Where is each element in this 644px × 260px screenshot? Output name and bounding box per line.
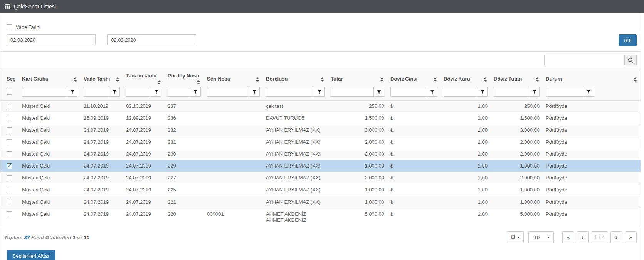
column-header[interactable]: Vade Tarihi [81, 69, 123, 86]
sort-icon[interactable] [634, 77, 637, 82]
column-header[interactable]: Pörtföy Nosu [165, 69, 204, 86]
select-all-checkbox[interactable] [7, 89, 12, 95]
column-header[interactable]: Seç [0, 69, 19, 86]
first-page-button[interactable]: « [562, 231, 574, 243]
table-row[interactable]: Müşteri Çeki 24.07.2019 24.07.2019 230 A… [0, 148, 641, 160]
column-filter-button[interactable] [109, 87, 119, 96]
column-filter-button[interactable] [477, 87, 487, 96]
column-header[interactable]: Durum [543, 69, 641, 86]
cell-doviz-kuru: 1,00 [441, 124, 491, 136]
vade-tarihi-checkbox[interactable] [7, 24, 12, 30]
column-filter-input[interactable] [391, 87, 427, 96]
table-row[interactable]: Müşteri Çeki 24.07.2019 24.07.2019 220 0… [0, 208, 641, 226]
row-checkbox[interactable] [7, 104, 12, 109]
prev-page-button[interactable]: ‹ [577, 231, 589, 243]
table-row[interactable]: Müşteri Çeki 11.10.2019 02.10.2019 237 ç… [0, 101, 641, 112]
column-header[interactable]: Döviz Kuru [441, 69, 491, 86]
cell-doviz-tutari: 1.000,00 [491, 160, 543, 172]
table-row[interactable]: Müşteri Çeki 24.07.2019 24.07.2019 229 A… [0, 160, 641, 172]
row-checkbox[interactable] [7, 163, 12, 169]
cell-tutar: 2.000,00 [328, 148, 387, 160]
column-header[interactable]: Tanzim tarihi [123, 69, 165, 86]
column-header[interactable]: Döviz Cinsi [387, 69, 441, 86]
info-word-total: Toplam [4, 235, 23, 240]
filter-cell [263, 86, 328, 101]
column-filter-button[interactable] [190, 87, 200, 96]
sort-icon[interactable] [434, 77, 437, 82]
cell-tutar: 5.000,00 [328, 208, 387, 226]
cell-doviz-tutari: 1.000,00 [491, 184, 543, 196]
cell-doviz-cinsi: ₺ [387, 112, 441, 124]
table-row[interactable]: Müşteri Çeki 24.07.2019 24.07.2019 231 A… [0, 136, 641, 148]
row-checkbox[interactable] [7, 127, 12, 133]
column-filter-button[interactable] [529, 87, 539, 96]
column-header[interactable]: Seri Nosu [204, 69, 263, 86]
column-filter-button[interactable] [67, 87, 77, 96]
column-header[interactable]: Kart Grubu [19, 69, 81, 86]
columns-settings-button[interactable]: ⚙ ▲ [507, 231, 523, 243]
cell-seri-nosu [204, 196, 263, 208]
sort-icon[interactable] [116, 77, 119, 82]
row-checkbox[interactable] [7, 188, 12, 193]
cell-borclusu: AHMET AKDENİZ AHMET AKDENİZ [263, 208, 328, 226]
cell-seri-nosu [204, 112, 263, 124]
row-checkbox[interactable] [7, 175, 12, 181]
column-filter-button[interactable] [583, 87, 594, 96]
sort-icon[interactable] [158, 80, 161, 84]
column-filter-button[interactable] [151, 87, 161, 96]
sort-icon[interactable] [321, 77, 324, 82]
row-checkbox[interactable] [7, 200, 12, 205]
page-size-value: 10 [534, 235, 540, 240]
table-row[interactable]: Müşteri Çeki 24.07.2019 24.07.2019 232 A… [0, 124, 641, 136]
row-checkbox[interactable] [7, 211, 12, 217]
sort-icon[interactable] [536, 77, 539, 82]
row-checkbox[interactable] [7, 139, 12, 145]
last-page-button[interactable]: » [625, 231, 637, 243]
column-filter-button[interactable] [249, 87, 259, 96]
export-selected-button[interactable]: Seçilenleri Aktar [7, 250, 55, 260]
column-filter-input[interactable] [22, 87, 67, 96]
column-filter-input[interactable] [168, 87, 190, 96]
filter-cell [81, 86, 123, 101]
row-checkbox[interactable] [7, 116, 12, 121]
column-label: Seri Nosu [207, 76, 230, 82]
column-filter-input[interactable] [266, 87, 314, 96]
column-filter-button[interactable] [427, 87, 437, 96]
cell-durum: Pörtföyde [543, 184, 641, 196]
find-button[interactable]: Bul [619, 34, 637, 46]
search-button[interactable] [624, 55, 637, 65]
date-to-input[interactable] [107, 34, 196, 45]
cell-portfoy-nosu: 237 [165, 101, 204, 112]
sort-icon[interactable] [380, 77, 383, 82]
sort-icon[interactable] [74, 77, 77, 82]
table-row[interactable]: Müşteri Çeki 24.07.2019 24.07.2019 227 A… [0, 172, 641, 184]
column-header[interactable]: Borçlusu [263, 69, 328, 86]
column-label: Döviz Tutarı [494, 76, 522, 82]
column-filter-button[interactable] [314, 87, 324, 96]
column-filter-input[interactable] [84, 87, 109, 96]
column-header[interactable]: Döviz Tutarı [491, 69, 543, 86]
table-row[interactable]: Müşteri Çeki 24.07.2019 24.07.2019 221 A… [0, 196, 641, 208]
date-from-input[interactable] [7, 34, 96, 45]
column-filter-input[interactable] [126, 87, 151, 96]
filter-cell [19, 86, 81, 101]
search-input[interactable] [544, 55, 624, 65]
column-filter-input[interactable] [546, 87, 583, 96]
column-filter-button[interactable] [373, 87, 384, 96]
cell-durum: Pörtföyde [543, 208, 641, 226]
table-row[interactable]: Müşteri Çeki 24.07.2019 24.07.2019 225 A… [0, 184, 641, 196]
column-filter-input[interactable] [331, 87, 373, 96]
column-filter-input[interactable] [494, 87, 529, 96]
row-checkbox[interactable] [7, 151, 12, 157]
cell-vade-tarihi: 24.07.2019 [81, 148, 123, 160]
next-page-button[interactable]: › [610, 231, 622, 243]
table-row[interactable]: Müşteri Çeki 15.09.2019 12.09.2019 236 D… [0, 112, 641, 124]
column-filter-input[interactable] [207, 87, 249, 96]
column-filter-input[interactable] [444, 87, 477, 96]
sort-icon[interactable] [197, 80, 200, 84]
sort-icon[interactable] [256, 77, 259, 82]
page-size-select[interactable]: 10 ▼ [528, 231, 554, 243]
sort-icon[interactable] [484, 77, 487, 82]
column-header[interactable]: Tutar [328, 69, 387, 86]
cell-tanzim-tarihi: 24.07.2019 [123, 160, 165, 172]
